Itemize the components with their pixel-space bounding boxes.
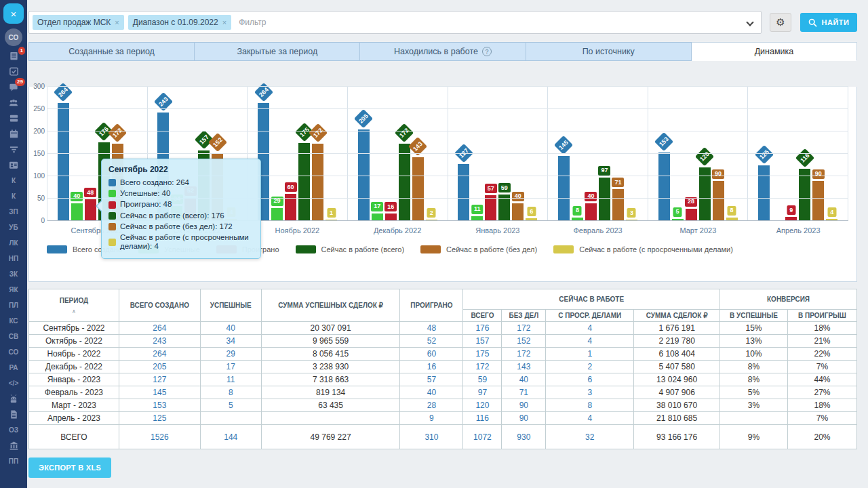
table-cell-link[interactable]: 4 <box>546 335 634 348</box>
table-cell-link[interactable]: 264 <box>119 348 200 361</box>
bar[interactable]: 29 <box>271 208 283 221</box>
table-cell-link[interactable]: 34 <box>200 335 261 348</box>
table-cell-link[interactable]: 144 <box>200 425 261 449</box>
sidebar-item-К[interactable]: К <box>0 175 27 186</box>
sidebar-close-button[interactable]: × <box>3 3 24 24</box>
sidebar-item-СВ[interactable]: СВ <box>0 331 27 342</box>
bar[interactable]: 127 <box>458 164 469 221</box>
table-cell-link[interactable]: 153 <box>119 399 200 412</box>
sidebar-item-НП[interactable]: НП <box>0 253 27 264</box>
table-cell-link[interactable]: 145 <box>119 386 200 399</box>
bar[interactable]: 48 <box>85 199 96 221</box>
sidebar-item-bank[interactable] <box>0 440 27 451</box>
avatar[interactable]: СО <box>5 28 22 46</box>
bar[interactable]: 40 <box>512 203 524 221</box>
bar[interactable]: 116 <box>799 169 810 221</box>
table-cell-link[interactable]: 5 <box>200 399 261 412</box>
sidebar-item-[interactable]: </> <box>0 378 27 389</box>
sidebar-item-funnel[interactable] <box>0 144 27 155</box>
tab-5[interactable]: Динамика <box>692 42 857 61</box>
table-cell-link[interactable]: 2 <box>546 361 634 373</box>
table-cell-link[interactable]: 9 <box>400 412 463 425</box>
bar[interactable]: 172 <box>312 144 323 221</box>
bar[interactable]: 153 <box>658 152 670 221</box>
table-cell-link[interactable]: 172 <box>502 348 546 361</box>
table-cell-link[interactable]: 120 <box>463 399 502 412</box>
bar[interactable]: 264 <box>58 103 69 221</box>
table-cell-link[interactable]: 60 <box>400 348 463 361</box>
table-cell-link[interactable]: 90 <box>502 412 546 425</box>
sidebar-item-ПП[interactable]: ПП <box>0 455 27 467</box>
sidebar-item-news[interactable]: 1 <box>0 50 27 62</box>
table-cell-link[interactable]: 310 <box>400 425 463 449</box>
table-cell-link[interactable]: 40 <box>200 322 261 335</box>
table-cell-link[interactable]: 243 <box>119 335 200 348</box>
tab-4[interactable]: По источнику <box>526 42 692 61</box>
table-cell-link[interactable]: 1072 <box>463 425 502 449</box>
sidebar-item-calendar[interactable] <box>0 128 27 140</box>
bar[interactable]: 40 <box>71 203 83 221</box>
table-cell-link[interactable]: 125 <box>119 412 200 425</box>
table-cell-link[interactable]: 32 <box>546 425 634 449</box>
sidebar-item-ОЗ[interactable]: ОЗ <box>0 424 27 436</box>
sidebar-item-tasks[interactable] <box>0 66 27 77</box>
sidebar-item-К[interactable]: К <box>0 190 27 202</box>
sidebar-item-document[interactable] <box>0 409 27 420</box>
table-cell-link[interactable]: 97 <box>463 386 502 399</box>
filter-input[interactable]: Отдел продаж МСК×Диапазон с 01.09.2022× … <box>28 11 762 34</box>
bar[interactable]: 143 <box>412 157 424 221</box>
table-cell-link[interactable]: 4 <box>546 322 634 335</box>
bar[interactable]: 28 <box>686 209 697 221</box>
table-cell-link[interactable]: 157 <box>463 335 502 348</box>
sidebar-item-deals[interactable] <box>0 113 27 124</box>
table-cell-link[interactable]: 40 <box>400 386 463 399</box>
table-cell-link[interactable]: 71 <box>502 386 546 399</box>
table-cell-link[interactable]: 52 <box>400 335 463 348</box>
table-cell-link[interactable]: 116 <box>463 412 502 425</box>
table-cell-link[interactable]: 57 <box>400 373 463 386</box>
tab-1[interactable]: Созданные за период <box>28 42 195 61</box>
table-cell-link[interactable]: 1 <box>546 348 634 361</box>
chip-remove-icon[interactable]: × <box>222 18 226 26</box>
table-cell-link[interactable]: 264 <box>119 322 200 335</box>
bar[interactable]: 97 <box>599 178 610 221</box>
table-cell-link[interactable]: 172 <box>502 322 546 335</box>
search-button[interactable]: НАЙТИ <box>800 13 857 32</box>
filter-chip[interactable]: Отдел продаж МСК× <box>33 15 124 30</box>
table-cell-link[interactable]: 29 <box>200 348 261 361</box>
table-cell-link[interactable]: 930 <box>502 425 546 449</box>
bar[interactable]: 71 <box>612 189 624 221</box>
sidebar-item-СО[interactable]: СО <box>0 346 27 358</box>
table-cell-link[interactable]: 48 <box>400 322 463 335</box>
bar[interactable]: 90 <box>812 181 824 221</box>
table-cell-link[interactable]: 16 <box>400 361 463 373</box>
sidebar-item-ЯК[interactable]: ЯК <box>0 284 27 296</box>
sort-icon[interactable]: ∧ <box>32 308 116 314</box>
table-cell-link[interactable]: 28 <box>400 399 463 412</box>
sidebar-item-chat[interactable]: 29 <box>0 81 27 93</box>
sidebar-item-android[interactable] <box>0 393 27 405</box>
table-cell-link[interactable]: 8 <box>200 386 261 399</box>
column-header[interactable]: ПЕРИОД∧ <box>29 289 119 322</box>
table-cell-link[interactable]: 152 <box>502 335 546 348</box>
bar[interactable]: 145 <box>558 156 570 221</box>
bar[interactable]: 125 <box>758 165 770 222</box>
filter-chip[interactable]: Диапазон с 01.09.2022× <box>128 15 231 30</box>
sidebar-item-ЗК[interactable]: ЗК <box>0 268 27 280</box>
bar[interactable]: 57 <box>485 195 496 221</box>
sidebar-item-РА[interactable]: РА <box>0 362 27 373</box>
sidebar-item-ЗП[interactable]: ЗП <box>0 206 27 218</box>
table-cell-link[interactable]: 127 <box>119 373 200 386</box>
sidebar-item-КС[interactable]: КС <box>0 315 27 327</box>
sidebar-item-contactcard[interactable] <box>0 159 27 171</box>
sidebar-item-ЛК[interactable]: ЛК <box>0 237 27 249</box>
table-cell-link[interactable]: 11 <box>200 373 261 386</box>
table-cell-link[interactable]: 176 <box>463 322 502 335</box>
table-cell-link[interactable]: 143 <box>502 361 546 373</box>
bar[interactable]: 175 <box>298 143 310 222</box>
sidebar-item-people[interactable] <box>0 97 27 108</box>
table-cell-link[interactable]: 205 <box>119 361 200 373</box>
table-cell-link[interactable]: 172 <box>463 361 502 373</box>
chip-remove-icon[interactable]: × <box>115 18 119 26</box>
table-cell-link[interactable]: 175 <box>463 348 502 361</box>
